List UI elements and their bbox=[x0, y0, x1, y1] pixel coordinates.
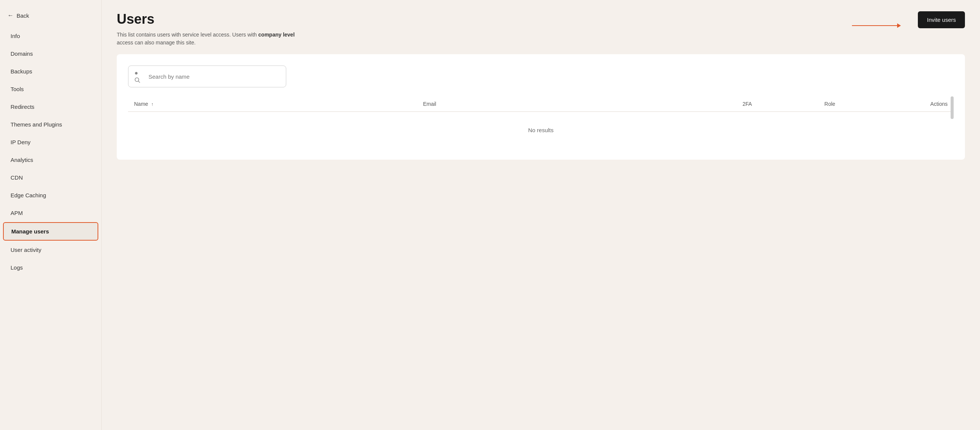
column-actions: Actions bbox=[871, 97, 954, 112]
sidebar-item-backups[interactable]: Backups bbox=[3, 63, 98, 80]
sidebar-item-apm[interactable]: APM bbox=[3, 205, 98, 221]
sidebar-item-label: IP Deny bbox=[11, 139, 30, 145]
search-input-wrapper[interactable]: ● bbox=[128, 65, 286, 87]
main-content: Users This list contains users with serv… bbox=[102, 0, 980, 430]
sidebar-item-label: CDN bbox=[11, 175, 23, 181]
content-card: ● Name ↑ bbox=[117, 54, 965, 160]
sidebar-item-user-activity[interactable]: User activity bbox=[3, 241, 98, 258]
search-icon: ● bbox=[134, 70, 145, 83]
invite-users-button[interactable]: Invite users bbox=[918, 11, 965, 28]
sidebar-item-ip-deny[interactable]: IP Deny bbox=[3, 134, 98, 151]
arrow-head bbox=[897, 23, 901, 28]
sidebar-item-domains[interactable]: Domains bbox=[3, 45, 98, 62]
sort-asc-icon: ↑ bbox=[151, 102, 153, 107]
column-name[interactable]: Name ↑ bbox=[128, 97, 417, 112]
back-label: Back bbox=[17, 13, 29, 19]
sidebar-item-label: Themes and Plugins bbox=[11, 121, 62, 128]
no-results-row: No results bbox=[128, 112, 954, 149]
sidebar-item-label: User activity bbox=[11, 247, 41, 253]
sidebar-item-logs[interactable]: Logs bbox=[3, 259, 98, 276]
arrow-annotation bbox=[852, 23, 901, 28]
sidebar-item-label: Tools bbox=[11, 86, 24, 92]
sidebar-item-tools[interactable]: Tools bbox=[3, 81, 98, 98]
sidebar-item-label: Domains bbox=[11, 51, 33, 57]
sidebar-item-redirects[interactable]: Redirects bbox=[3, 98, 98, 115]
arrow-line bbox=[852, 25, 897, 26]
sidebar-item-analytics[interactable]: Analytics bbox=[3, 151, 98, 168]
back-arrow-icon: ← bbox=[8, 12, 14, 19]
table-body: No results bbox=[128, 112, 954, 149]
column-email[interactable]: Email bbox=[417, 97, 706, 112]
page-title-section: Users This list contains users with serv… bbox=[117, 11, 305, 47]
description-text-2: access can also manage this site. bbox=[117, 40, 196, 46]
sidebar-item-label: Edge Caching bbox=[11, 192, 46, 198]
invite-section: Invite users bbox=[918, 11, 965, 28]
sidebar-item-edge-caching[interactable]: Edge Caching bbox=[3, 187, 98, 204]
sidebar-item-label: Backups bbox=[11, 68, 32, 75]
page-title: Users bbox=[117, 11, 305, 27]
sidebar-item-label: Logs bbox=[11, 264, 23, 271]
column-2fa[interactable]: 2FA bbox=[706, 97, 788, 112]
column-role[interactable]: Role bbox=[789, 97, 871, 112]
svg-line-1 bbox=[138, 81, 140, 83]
sidebar-item-label: Redirects bbox=[11, 103, 34, 110]
search-input[interactable] bbox=[148, 73, 280, 80]
back-button[interactable]: ← Back bbox=[0, 8, 101, 23]
sidebar-item-manage-users[interactable]: Manage users bbox=[3, 222, 98, 241]
sidebar-item-themes-plugins[interactable]: Themes and Plugins bbox=[3, 116, 98, 133]
page-header: Users This list contains users with serv… bbox=[117, 11, 965, 47]
sidebar-item-label: APM bbox=[11, 210, 23, 216]
page-description: This list contains users with service le… bbox=[117, 31, 305, 47]
users-table: Name ↑ Email 2FA Role Acti bbox=[128, 97, 954, 148]
description-text-1: This list contains users with service le… bbox=[117, 32, 258, 38]
sidebar: ← Back Info Domains Backups Tools Redire… bbox=[0, 0, 102, 430]
description-bold: company level bbox=[258, 32, 295, 38]
table-wrapper: Name ↑ Email 2FA Role Acti bbox=[128, 97, 954, 148]
table-scrollbar[interactable] bbox=[951, 97, 954, 119]
sidebar-item-label: Manage users bbox=[11, 228, 49, 235]
table-header: Name ↑ Email 2FA Role Acti bbox=[128, 97, 954, 112]
sidebar-item-label: Analytics bbox=[11, 157, 33, 163]
sidebar-item-cdn[interactable]: CDN bbox=[3, 169, 98, 186]
sidebar-item-label: Info bbox=[11, 33, 20, 39]
sidebar-item-info[interactable]: Info bbox=[3, 27, 98, 44]
search-container: ● bbox=[128, 65, 954, 87]
